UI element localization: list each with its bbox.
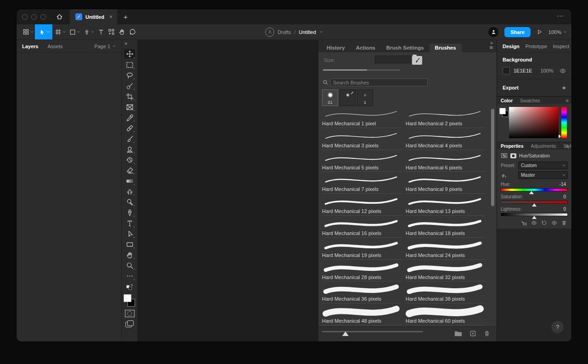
brush-item[interactable]: Hard Mechanical 38 pixels [406,281,486,303]
window-minimize-button[interactable] [31,14,37,20]
delete-brush-icon[interactable] [484,330,490,337]
history-brush-tool[interactable] [124,156,135,164]
frame-tool-button[interactable] [52,24,67,39]
hue-strip[interactable] [561,107,567,138]
window-zoom-button[interactable] [40,14,46,20]
preview-size-slider[interactable] [322,331,423,332]
user-avatar[interactable] [488,27,498,37]
comment-tool-button[interactable] [127,24,137,39]
brush-item[interactable]: Hard Mechanical 3 pixels [322,128,402,150]
file-tab[interactable]: Untitled × [70,9,117,24]
foreground-background-swatches[interactable] [499,108,509,117]
hand-tool-button[interactable] [116,24,127,39]
pen-tool[interactable] [124,209,135,217]
canvas[interactable] [138,40,318,342]
share-button[interactable]: Share [504,27,531,37]
tab-design[interactable]: Design [503,44,520,49]
eraser-tool[interactable] [124,167,135,174]
home-button[interactable] [52,9,66,24]
lightness-slider[interactable] [501,213,568,216]
crop-tool[interactable] [124,93,135,101]
tab-layers[interactable]: Layers [22,44,38,49]
visibility-eye-icon[interactable] [560,68,566,73]
previous-state-icon[interactable] [531,220,537,226]
panel-menu-icon[interactable]: ≡ [489,44,493,51]
tab-adjustments[interactable]: Adjustments [531,144,556,149]
help-button[interactable]: ? [551,321,564,333]
brush-item[interactable]: Hard Mechanical 32 pixels [406,260,486,282]
more-menu-icon[interactable]: ⋯ [557,12,564,20]
new-group-folder-icon[interactable] [454,330,462,337]
reset-icon[interactable] [541,220,547,226]
chevron-down-icon[interactable] [319,31,323,33]
clip-to-layer-icon[interactable] [521,220,527,226]
brush-item[interactable]: Hard Mechanical 5 pixels [322,150,402,172]
tab-swatches[interactable]: Swatches [520,98,540,103]
tab-close-icon[interactable]: × [109,14,113,20]
actions-button[interactable] [106,24,116,39]
tab-inspect[interactable]: Inspect [553,44,569,49]
lightness-slider-handle[interactable] [532,216,537,219]
new-tab-button[interactable]: + [124,13,128,21]
brush-item[interactable]: Hard Mechanical 4 pixels [406,128,486,150]
healing-brush-tool[interactable] [124,124,135,132]
hue-value[interactable]: -14 [560,182,568,187]
foreground-color-swatch[interactable] [124,294,131,302]
tab-brush-settings[interactable]: Brush Settings [386,44,424,53]
shape-tool-button[interactable] [67,24,81,39]
swap-colors-icon[interactable] [126,284,134,290]
tab-brushes[interactable]: Brushes [430,44,462,53]
foreground-background-colors[interactable] [124,294,136,307]
hand-tool[interactable] [124,251,135,259]
breadcrumb-project[interactable]: Drafts [277,29,291,35]
panel-menu-icon[interactable]: ≡ [566,98,569,103]
brush-item[interactable]: Hard Mechanical 2 pixels [406,106,486,128]
lightness-value[interactable]: 0 [563,207,568,212]
zoom-tool[interactable] [124,262,135,269]
background-opacity[interactable]: 100% [540,68,553,73]
zoom-menu[interactable]: 100% [548,29,567,35]
add-export-icon[interactable]: + [562,84,566,91]
slice-tool[interactable] [124,103,135,111]
hue-slider[interactable] [501,188,568,191]
tab-prototype[interactable]: Prototype [526,44,547,49]
recent-brush-tile[interactable]: 21 [322,90,338,106]
brush-item[interactable]: Hard Mechanical 9 pixels [406,172,486,194]
quick-mask-icon[interactable] [125,310,135,317]
brush-item[interactable]: Hard Mechanical 7 pixels [322,172,402,194]
background-color-swatch[interactable] [503,67,510,74]
screen-mode-icon[interactable] [125,320,134,327]
channel-select[interactable]: Master [518,171,568,179]
more-tools[interactable] [124,272,135,280]
present-button[interactable] [537,29,543,35]
panel-menu-icon[interactable]: ≡ [566,143,569,149]
delete-icon[interactable] [561,220,567,226]
saturation-slider[interactable] [501,201,568,204]
gradient-tool[interactable] [124,177,135,185]
brush-item[interactable]: Hard Mechanical 48 pixels [322,303,402,325]
search-brushes-input[interactable] [330,78,428,86]
move-tool-button[interactable] [35,24,52,39]
collapse-panel-icon[interactable]: » [124,40,127,46]
marquee-tool[interactable] [124,61,135,69]
path-select-tool[interactable] [124,230,135,238]
saturation-slider-handle[interactable] [532,203,537,207]
move-tool[interactable] [124,49,135,58]
brush-item[interactable]: Hard Mechanical 6 pixels [406,150,486,172]
brush-item[interactable]: Hard Mechanical 12 pixels [322,194,402,216]
new-brush-icon[interactable] [469,330,476,337]
background-hex[interactable]: 1E1E1E [514,68,532,73]
page-selector[interactable]: Page 1 [94,44,116,49]
brush-item[interactable]: Hard Mechanical 1 pixel [322,106,402,128]
breadcrumb-file[interactable]: Untitled [299,29,316,35]
preset-select[interactable]: Custom [518,162,568,169]
recent-brush-tile[interactable]: 1 [357,90,373,106]
hue-strip-marker[interactable] [559,134,561,138]
pen-tool-button[interactable] [81,24,96,39]
brush-item[interactable]: Hard Mechanical 36 pixels [322,281,402,303]
brush-tool[interactable] [124,135,135,143]
size-slider[interactable] [323,69,400,71]
window-close-button[interactable] [22,14,28,20]
visibility-icon[interactable] [551,220,557,226]
brush-item[interactable]: Hard Mechanical 28 pixels [322,260,402,282]
